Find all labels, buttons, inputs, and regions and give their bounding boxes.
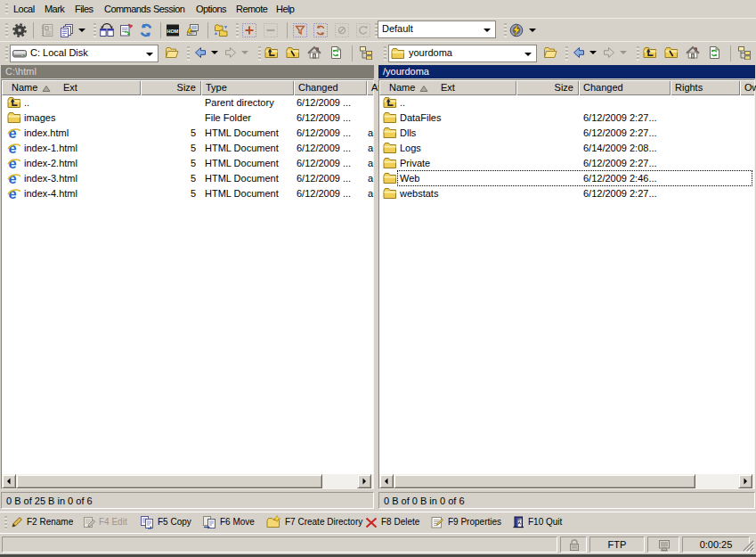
- svg-text:e: e: [9, 141, 17, 155]
- svg-text:e: e: [9, 186, 17, 201]
- svg-text:e: e: [9, 171, 17, 185]
- svg-text:e: e: [9, 126, 17, 140]
- svg-text:HOM: HOM: [167, 29, 179, 34]
- svg-text:e: e: [9, 156, 17, 170]
